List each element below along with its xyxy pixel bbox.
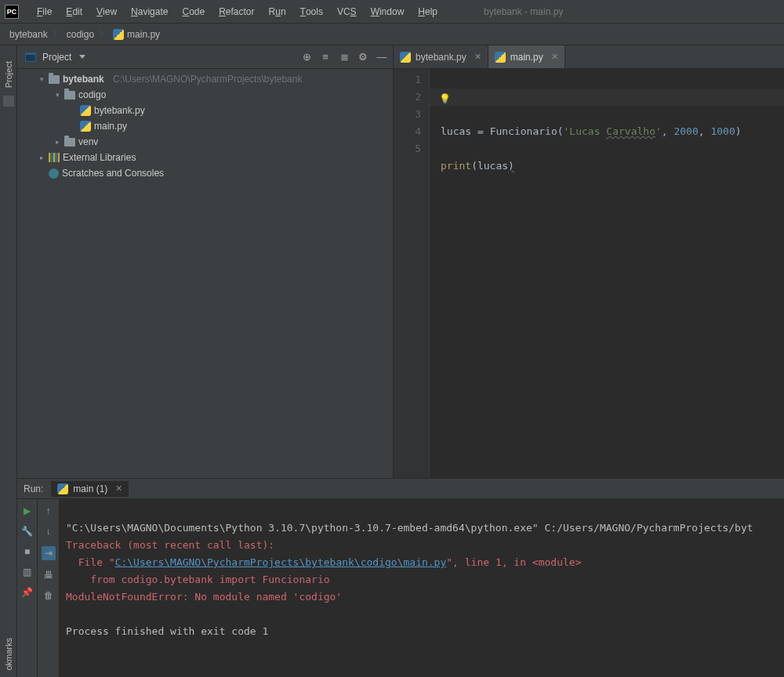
layout-icon[interactable]: ▥ <box>22 567 33 577</box>
tree-row-folder[interactable]: codigo <box>17 87 393 103</box>
menu-item-edit[interactable]: Edit <box>59 0 89 23</box>
run-tab[interactable]: main (1) ✕ <box>51 481 129 497</box>
project-view-title[interactable]: Project <box>42 52 71 63</box>
tree-label: bytebank <box>63 74 104 85</box>
tree-label: main.py <box>94 121 127 132</box>
menu-item-window[interactable]: Window <box>364 0 412 23</box>
console-line-error: Traceback (most recent call last): <box>66 539 274 551</box>
tree-row-folder[interactable]: venv <box>17 134 393 150</box>
python-file-icon <box>113 29 124 40</box>
line-number: 2 <box>394 89 421 106</box>
tree-label: bytebank.py <box>94 105 145 116</box>
run-output-rail: ↑ ↓ ⇥ 🖶 🗑 <box>38 499 60 677</box>
editor-tab-active[interactable]: main.py ✕ <box>488 45 565 68</box>
down-arrow-icon[interactable]: ↓ <box>43 526 54 537</box>
menu-item-code[interactable]: Code <box>175 0 212 23</box>
expand-arrow-icon[interactable] <box>38 154 45 161</box>
run-tab-label: main (1) <box>73 483 107 494</box>
expand-arrow-icon[interactable] <box>38 75 45 83</box>
menu-item-refactor[interactable]: Refactor <box>212 0 261 23</box>
project-toolbar: Project ⊕ ≡ ≣ ⚙ — <box>17 45 393 69</box>
code-token: lucas <box>441 125 477 137</box>
libraries-icon <box>49 153 60 162</box>
menu-item-vcs[interactable]: VCS <box>330 0 364 23</box>
code-token: ) <box>508 160 514 172</box>
project-icon <box>3 96 14 107</box>
run-toolbar: Run: main (1) ✕ <box>17 479 784 499</box>
run-title: Run: <box>24 483 43 494</box>
expand-arrow-icon[interactable] <box>53 91 61 99</box>
bulb-icon[interactable]: 💡 <box>439 90 451 107</box>
console-line: "C:\Users\MAGNO\Documents\Python 3.10.7\… <box>66 522 753 534</box>
expand-arrow-icon[interactable] <box>53 138 61 146</box>
editor-tab[interactable]: bytebank.py ✕ <box>394 45 488 68</box>
menu-item-tools[interactable]: Tools <box>293 0 330 23</box>
line-number: 4 <box>394 123 421 140</box>
line-number: 5 <box>394 140 421 157</box>
tree-row-root[interactable]: bytebank C:\Users\MAGNO\PycharmProjects\… <box>17 71 393 87</box>
python-file-icon <box>80 121 91 132</box>
soft-wrap-icon[interactable]: ⇥ <box>42 546 56 560</box>
tree-row-scratches[interactable]: Scratches and Consoles <box>17 165 393 181</box>
project-tree[interactable]: bytebank C:\Users\MAGNO\PycharmProjects\… <box>17 69 393 478</box>
close-icon[interactable]: ✕ <box>474 52 481 62</box>
run-actions-rail: ▶ 🔧 ■ ▥ 📌 <box>17 499 38 677</box>
breadcrumb-item[interactable]: main.py <box>127 29 160 40</box>
editor-gutter[interactable]: 1 2 3 4 5 <box>394 69 430 478</box>
tree-row-file[interactable]: main.py <box>17 118 393 134</box>
pin-icon[interactable]: 📌 <box>22 587 33 598</box>
folder-icon <box>64 91 75 100</box>
menu-item-view[interactable]: View <box>89 0 124 23</box>
tree-row-file[interactable]: bytebank.py <box>17 103 393 118</box>
bookmarks-toolwindow-tab[interactable]: okmarks <box>4 638 13 671</box>
window-title: bytebank - main.py <box>484 6 563 17</box>
code-token: Funcionario <box>490 125 557 137</box>
menu-item-help[interactable]: Help <box>411 0 445 23</box>
console-line-error: ModuleNotFoundError: No module named 'co… <box>66 591 342 603</box>
code-token: = <box>477 125 490 137</box>
close-icon[interactable]: ✕ <box>115 483 122 494</box>
console-line-error: ", line 1, in <module> <box>446 556 581 568</box>
trash-icon[interactable]: 🗑 <box>43 590 54 601</box>
dropdown-icon[interactable] <box>79 55 85 59</box>
menu-item-file[interactable]: File <box>30 0 59 23</box>
code-token: , <box>662 125 674 137</box>
gear-icon[interactable]: ⚙ <box>357 51 369 63</box>
run-console[interactable]: "C:\Users\MAGNO\Documents\Python 3.10.7\… <box>60 499 784 677</box>
console-line-error: File " <box>66 556 115 568</box>
code-token: print <box>441 160 471 172</box>
tree-label: Scratches and Consoles <box>62 168 164 179</box>
wrench-icon[interactable]: 🔧 <box>22 526 33 537</box>
project-tool-window: Project ⊕ ≡ ≣ ⚙ — bytebank C:\Users\MAGN… <box>17 45 394 478</box>
tree-label: codigo <box>78 89 106 100</box>
up-arrow-icon[interactable]: ↑ <box>43 505 54 516</box>
scratches-icon <box>49 168 59 179</box>
code-token: 1000 <box>710 125 735 137</box>
line-number: 1 <box>394 71 421 89</box>
console-file-link[interactable]: C:\Users\MAGNO\PycharmProjects\bytebank\… <box>115 556 447 568</box>
rerun-icon[interactable]: ▶ <box>22 505 33 516</box>
tree-row-external-libs[interactable]: External Libraries <box>17 150 393 165</box>
editor-area: bytebank.py ✕ main.py ✕ 1 2 3 4 5 <box>394 45 784 478</box>
editor-tabs: bytebank.py ✕ main.py ✕ <box>394 45 784 69</box>
expand-all-icon[interactable]: ≡ <box>319 51 332 63</box>
breadcrumb-item[interactable]: bytebank <box>9 29 48 40</box>
code-token: 'Lucas <box>564 125 607 137</box>
code-token: , <box>699 125 711 137</box>
stop-icon[interactable]: ■ <box>22 546 33 557</box>
locate-icon[interactable]: ⊕ <box>300 51 313 63</box>
project-view-icon <box>25 52 36 62</box>
menu-item-navigate[interactable]: Navigate <box>124 0 175 23</box>
breadcrumb-item[interactable]: codigo <box>67 29 94 40</box>
tab-label: main.py <box>510 52 543 63</box>
editor-content[interactable]: 💡 from codigo.bytebank import Funcionari… <box>430 69 784 478</box>
hide-icon[interactable]: — <box>376 51 388 63</box>
project-toolwindow-tab[interactable]: Project <box>4 61 13 88</box>
collapse-all-icon[interactable]: ≣ <box>338 51 350 63</box>
menu-item-run[interactable]: Run <box>262 0 293 23</box>
print-icon[interactable]: 🖶 <box>43 570 54 581</box>
chevron-right-icon: 〉 <box>99 27 108 41</box>
close-icon[interactable]: ✕ <box>551 52 558 62</box>
chevron-right-icon: 〉 <box>53 27 62 41</box>
folder-icon <box>49 75 60 84</box>
